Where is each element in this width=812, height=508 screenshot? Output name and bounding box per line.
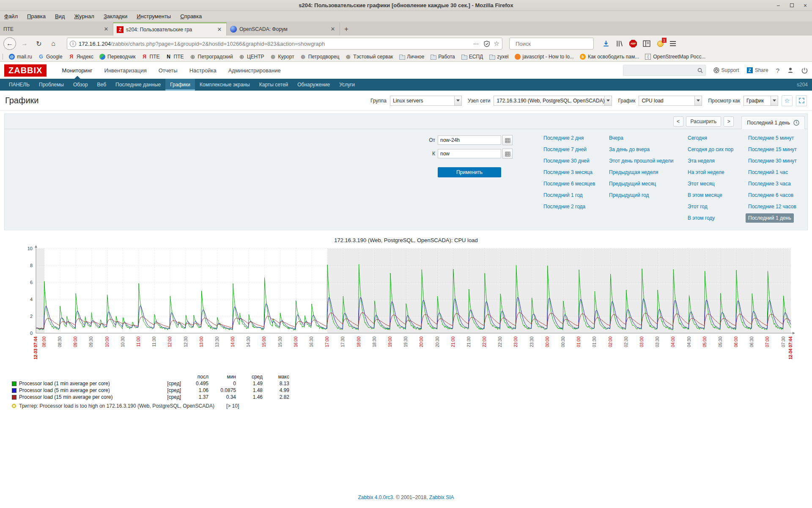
extension-icon[interactable]: 1: [656, 40, 664, 47]
browser-search-box[interactable]: [509, 38, 594, 50]
quick-range-link[interactable]: Последний 1 день: [746, 213, 794, 223]
quick-range-link[interactable]: Последние 12 часов: [746, 202, 799, 211]
quick-range-link[interactable]: В этом месяце: [685, 190, 725, 200]
bookmark-item[interactable]: G Google: [38, 54, 63, 60]
top-nav-item[interactable]: Мониторинг: [56, 62, 98, 79]
menu-item[interactable]: Закладки: [104, 13, 127, 19]
bookmark-item[interactable]: javascript - How to lo...: [515, 54, 574, 60]
help-link[interactable]: ?: [776, 67, 779, 74]
bookmark-item[interactable]: ⊕ Петроградский: [190, 54, 233, 60]
quick-range-link[interactable]: Этот день прошлой недели: [606, 156, 676, 166]
time-zoom-out-button[interactable]: Расширить: [686, 116, 721, 127]
menu-item[interactable]: Инструменты: [137, 13, 171, 19]
window-maximize-button[interactable]: [788, 2, 795, 9]
group-select[interactable]: Linux servers: [390, 96, 462, 106]
bookmark-item[interactable]: ⊕ Петродворец: [300, 54, 340, 60]
back-button[interactable]: ←: [3, 37, 16, 50]
quick-range-link[interactable]: Последние 7 дней: [541, 145, 589, 154]
quick-range-link[interactable]: Этот год: [685, 202, 710, 211]
menu-hamburger-icon[interactable]: [670, 41, 676, 46]
sub-nav-item[interactable]: Проблемы: [34, 79, 69, 91]
time-shift-forward-button[interactable]: >: [724, 116, 734, 127]
quick-range-link[interactable]: Последние 2 дня: [541, 133, 586, 143]
calendar-button[interactable]: [502, 149, 513, 159]
url-bar[interactable]: i 172.16.1.204/zabbix/charts.php?page=1&…: [67, 38, 502, 50]
menu-item[interactable]: Файл: [4, 13, 18, 19]
quick-range-link[interactable]: Эта неделя: [685, 156, 717, 166]
fullscreen-button[interactable]: [796, 95, 807, 106]
quick-range-link[interactable]: За день до вчера: [606, 145, 652, 154]
tab-close-icon[interactable]: ✕: [329, 26, 336, 32]
bookmark-star-icon[interactable]: ☆: [494, 40, 499, 47]
bookmark-item[interactable]: Я ПТЕ: [142, 54, 160, 60]
downloads-icon[interactable]: [602, 40, 610, 47]
zabbix-search-input[interactable]: [626, 67, 697, 73]
tab-close-icon[interactable]: ✕: [216, 26, 223, 33]
bookmark-item[interactable]: Переводчик: [99, 54, 136, 60]
sub-nav-item[interactable]: Графики: [165, 79, 195, 91]
sub-nav-item[interactable]: ПАНЕЛЬ: [4, 79, 34, 91]
quick-range-link[interactable]: Предыдущий год: [606, 190, 651, 200]
shield-icon[interactable]: [484, 41, 490, 47]
quick-range-link[interactable]: Предыдущий месяц: [606, 179, 658, 188]
quick-range-link[interactable]: Вчера: [606, 133, 626, 143]
add-favourite-button[interactable]: ☆: [782, 95, 793, 106]
quick-range-link[interactable]: Последние 5 минут: [746, 133, 796, 143]
page-actions-icon[interactable]: ⋯: [473, 40, 480, 47]
sub-nav-item[interactable]: Комплексные экраны: [195, 79, 255, 91]
quick-range-link[interactable]: Последние 15 минут: [746, 145, 799, 154]
menu-item[interactable]: Журнал: [74, 13, 94, 19]
quick-range-link[interactable]: Последние 6 месяцев: [541, 179, 598, 188]
quick-range-link[interactable]: На этой неделе: [685, 168, 727, 177]
tab-close-icon[interactable]: ✕: [103, 26, 110, 32]
quick-range-link[interactable]: Последние 3 месяца: [541, 168, 595, 177]
bookmark-item[interactable]: N ПТЕ: [166, 54, 184, 60]
reload-button[interactable]: ↻: [33, 38, 45, 50]
home-button[interactable]: ⌂: [47, 38, 59, 50]
top-nav-item[interactable]: Администрирование: [222, 62, 287, 79]
top-nav-item[interactable]: Настройка: [184, 62, 222, 79]
zabbix-logo[interactable]: ZABBIX: [4, 64, 47, 77]
bookmark-item[interactable]: ⊕ ЦЕНТР: [239, 54, 264, 60]
calendar-button[interactable]: [502, 135, 513, 145]
sub-nav-item[interactable]: Карты сетей: [255, 79, 293, 91]
quick-range-link[interactable]: Последний 1 час: [746, 168, 790, 177]
zabbix-search-box[interactable]: [623, 65, 706, 76]
quick-range-link[interactable]: Последние 30 минут: [746, 156, 799, 166]
time-to-input[interactable]: [438, 149, 501, 158]
sub-nav-item[interactable]: Последние данные: [111, 79, 165, 91]
search-input[interactable]: [516, 41, 590, 47]
bookmark-item[interactable]: ⊕ Курорт: [270, 54, 294, 60]
zabbix-version-link[interactable]: Zabbix 4.0.0rc3: [358, 494, 393, 500]
adblock-plus-icon[interactable]: ABP: [629, 40, 637, 47]
support-link[interactable]: Support: [713, 67, 739, 73]
quick-range-link[interactable]: Предыдущая неделя: [606, 168, 661, 177]
browser-tab[interactable]: Z s204: Пользовательские гра ✕: [113, 22, 227, 36]
bookmark-item[interactable]: Личное: [399, 54, 424, 60]
bookmark-item[interactable]: zyxel: [489, 54, 508, 60]
library-icon[interactable]: [616, 40, 623, 47]
quick-range-link[interactable]: Последние 3 часа: [746, 179, 793, 188]
top-nav-item[interactable]: Инвентаризация: [99, 62, 153, 79]
time-from-input[interactable]: [438, 135, 501, 145]
window-minimize-button[interactable]: −: [775, 2, 782, 9]
graph-select[interactable]: CPU load: [639, 96, 702, 106]
quick-range-link[interactable]: Последние 2 года: [541, 202, 588, 211]
window-close-button[interactable]: ×: [802, 2, 809, 9]
cpu-load-chart[interactable]: 024681012-03 07:4408:0008:3009:0009:3010…: [4, 245, 808, 371]
user-profile-icon[interactable]: [787, 67, 794, 74]
bookmark-item[interactable]: @ mail.ru: [9, 54, 32, 60]
quick-range-link[interactable]: Последний 1 год: [541, 190, 585, 200]
host-select[interactable]: 172.16.3.190 (Web, PostgreSQL, OpenSCADA…: [494, 96, 612, 106]
browser-tab[interactable]: ПТЕ ✕: [0, 22, 113, 36]
forward-button[interactable]: →: [19, 38, 30, 50]
sidebar-icon[interactable]: [643, 40, 650, 47]
time-range-tab[interactable]: Последний 1 день: [741, 116, 805, 129]
menu-item[interactable]: Вид: [55, 13, 65, 19]
logout-icon[interactable]: [801, 67, 808, 74]
time-shift-back-button[interactable]: <: [673, 116, 683, 127]
bookmark-item[interactable]: ЕСПД: [461, 54, 483, 60]
bookmark-item[interactable]: Я Яндекс: [69, 54, 93, 60]
menu-item[interactable]: Правка: [27, 13, 46, 19]
browser-tab[interactable]: OpenSCADA: Форум ✕: [227, 22, 340, 36]
